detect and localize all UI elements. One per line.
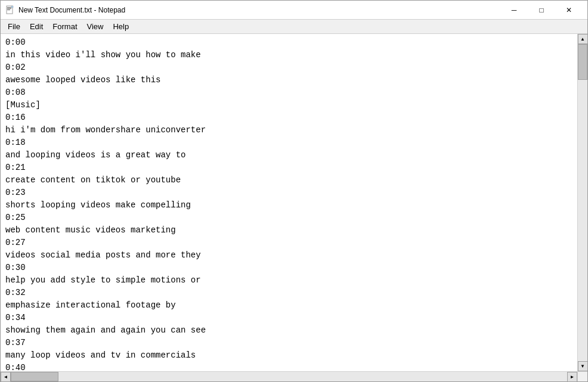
scroll-down-button[interactable]: ▼ [578,361,588,371]
svg-rect-4 [11,6,13,8]
minimize-button[interactable]: ─ [500,1,528,20]
scroll-thumb-vertical[interactable] [578,44,587,80]
menu-file[interactable]: File [3,20,25,34]
bottom-area: ◄ ► [1,371,587,381]
horizontal-scrollbar[interactable]: ◄ ► [1,371,577,381]
app-icon [5,5,15,15]
title-bar: New Text Document.txt - Notepad ─ □ ✕ [1,1,587,20]
scroll-right-button[interactable]: ► [567,372,577,382]
svg-rect-1 [7,7,11,8]
maximize-button[interactable]: □ [528,1,555,20]
menu-bar: File Edit Format View Help [1,20,587,34]
scroll-thumb-horizontal[interactable] [11,372,58,381]
scroll-left-button[interactable]: ◄ [1,372,11,382]
text-editor[interactable]: 0:00 in this video i'll show you how to … [1,34,577,371]
menu-format[interactable]: Format [48,20,82,34]
window-controls: ─ □ ✕ [500,1,583,20]
vertical-scrollbar[interactable]: ▲ ▼ [577,34,587,371]
scroll-up-button[interactable]: ▲ [578,34,588,44]
close-button[interactable]: ✕ [555,1,583,20]
menu-help[interactable]: Help [108,20,134,34]
svg-rect-2 [7,8,11,9]
notepad-window: New Text Document.txt - Notepad ─ □ ✕ Fi… [0,0,588,382]
content-area: 0:00 in this video i'll show you how to … [1,34,587,371]
menu-edit[interactable]: Edit [25,20,48,34]
scroll-track-horizontal[interactable] [11,372,567,381]
svg-rect-3 [7,10,10,10]
menu-view[interactable]: View [82,20,109,34]
scrollbar-corner [577,371,587,381]
scroll-track-vertical[interactable] [578,44,587,361]
bottom-left: ◄ ► [1,371,577,381]
window-title: New Text Document.txt - Notepad [18,6,500,14]
